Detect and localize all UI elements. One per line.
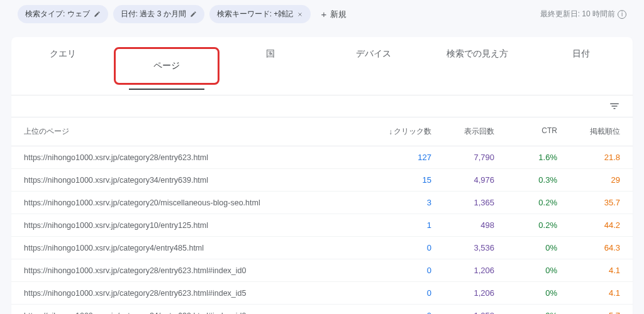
filter-bar: 検索タイプ: ウェブ 日付: 過去 3 か月間 検索キーワード: +雑記 + 新… [0, 0, 644, 31]
cell-clicks: 127 [369, 153, 431, 162]
filter-icon[interactable] [609, 100, 620, 112]
cell-position: 29 [557, 175, 620, 185]
cell-page: https://nihongo1000.xsrv.jp/category20/m… [24, 198, 369, 207]
table-row[interactable]: https://nihongo1000.xsrv.jp/category28/e… [11, 259, 633, 282]
cell-clicks: 0 [369, 288, 431, 298]
cell-ctr: 0% [494, 288, 557, 298]
cell-ctr: 0% [494, 311, 557, 314]
table-row[interactable]: https://nihongo1000.xsrv.jp/category10/e… [11, 214, 633, 237]
filter-chip-search-type[interactable]: 検索タイプ: ウェブ [18, 5, 108, 23]
table-row[interactable]: https://nihongo1000.xsrv.jp/category28/e… [11, 282, 633, 305]
table-row[interactable]: https://nihongo1000.xsrv.jp/category34/e… [11, 305, 633, 314]
cell-clicks: 0 [369, 243, 431, 252]
cell-clicks: 3 [369, 198, 431, 207]
cell-page: https://nihongo1000.xsrv.jp/category28/e… [24, 153, 369, 162]
table-body: https://nihongo1000.xsrv.jp/category28/e… [11, 146, 633, 314]
new-label: 新規 [330, 9, 347, 20]
cell-impressions: 4,976 [431, 175, 494, 185]
cell-position: 44.2 [557, 220, 620, 230]
cell-page: https://nihongo1000.xsrv.jp/category10/e… [24, 221, 369, 230]
cell-ctr: 0.3% [494, 175, 557, 185]
cell-position: 64.3 [557, 243, 620, 252]
tab-page-label: ページ [153, 60, 180, 70]
table-row[interactable]: https://nihongo1000.xsrv.jp/category4/en… [11, 237, 633, 259]
last-updated: 最終更新日: 10 時間前 i [540, 9, 626, 19]
cell-clicks: 15 [369, 175, 431, 185]
header-position[interactable]: 掲載順位 [557, 126, 620, 137]
table-row[interactable]: https://nihongo1000.xsrv.jp/category34/e… [11, 169, 633, 192]
cell-impressions: 1,206 [431, 266, 494, 275]
add-filter-button[interactable]: + 新規 [321, 9, 347, 20]
tab-country[interactable]: 国 [218, 37, 322, 95]
cell-impressions: 1,365 [431, 198, 494, 207]
cell-position: 5.7 [557, 311, 620, 314]
cell-ctr: 0% [494, 266, 557, 275]
cell-clicks: 1 [369, 220, 431, 230]
filter-chip-date[interactable]: 日付: 過去 3 か月間 [113, 5, 204, 23]
tab-device[interactable]: デバイス [322, 37, 426, 95]
cell-page: https://nihongo1000.xsrv.jp/category34/e… [24, 176, 369, 185]
cell-position: 21.8 [557, 153, 620, 162]
plus-icon: + [321, 9, 326, 19]
table-row[interactable]: https://nihongo1000.xsrv.jp/category28/e… [11, 146, 633, 169]
chip-label: 検索タイプ: ウェブ [25, 9, 90, 19]
table-row[interactable]: https://nihongo1000.xsrv.jp/category20/m… [11, 192, 633, 214]
close-icon[interactable] [297, 11, 303, 18]
cell-impressions: 1,058 [431, 311, 494, 314]
header-page[interactable]: 上位のページ [24, 126, 369, 137]
table-filter-row [11, 95, 633, 117]
tab-appearance[interactable]: 検索での見え方 [426, 37, 530, 95]
tab-query[interactable]: クエリ [11, 37, 115, 95]
cell-position: 4.1 [557, 266, 620, 275]
last-updated-text: 最終更新日: 10 時間前 [540, 9, 615, 19]
cell-position: 4.1 [557, 288, 620, 298]
tab-date[interactable]: 日付 [529, 37, 633, 95]
header-impressions[interactable]: 表示回数 [431, 126, 494, 137]
filter-chip-keyword[interactable]: 検索キーワード: +雑記 [209, 5, 311, 23]
tab-page[interactable]: ページ [115, 37, 219, 95]
cell-ctr: 0.2% [494, 220, 557, 230]
cell-page: https://nihongo1000.xsrv.jp/category28/e… [24, 289, 369, 298]
cell-ctr: 0.2% [494, 198, 557, 207]
cell-page: https://nihongo1000.xsrv.jp/category34/e… [24, 311, 369, 315]
info-icon[interactable]: i [618, 10, 626, 19]
header-clicks[interactable]: ↓クリック数 [369, 126, 431, 137]
tab-highlight: ページ [114, 47, 220, 85]
header-ctr[interactable]: CTR [494, 126, 557, 137]
tabs: クエリ ページ 国 デバイス 検索での見え方 日付 [11, 37, 633, 95]
cell-page: https://nihongo1000.xsrv.jp/category4/en… [24, 244, 369, 252]
cell-impressions: 3,536 [431, 243, 494, 252]
cell-ctr: 1.6% [494, 153, 557, 162]
cell-impressions: 7,790 [431, 153, 494, 162]
cell-page: https://nihongo1000.xsrv.jp/category28/e… [24, 266, 369, 275]
sort-down-icon: ↓ [389, 127, 392, 136]
chip-label: 検索キーワード: +雑記 [217, 9, 294, 19]
table-header: 上位のページ ↓クリック数 表示回数 CTR 掲載順位 [11, 117, 633, 146]
cell-impressions: 1,206 [431, 288, 494, 298]
results-panel: クエリ ページ 国 デバイス 検索での見え方 日付 上位のページ ↓クリック数 … [11, 37, 633, 314]
cell-position: 35.7 [557, 198, 620, 207]
pencil-icon [190, 11, 197, 18]
pencil-icon [94, 11, 101, 18]
cell-impressions: 498 [431, 220, 494, 230]
cell-ctr: 0% [494, 243, 557, 252]
chip-label: 日付: 過去 3 か月間 [121, 9, 186, 19]
cell-clicks: 0 [369, 266, 431, 275]
cell-clicks: 0 [369, 311, 431, 314]
